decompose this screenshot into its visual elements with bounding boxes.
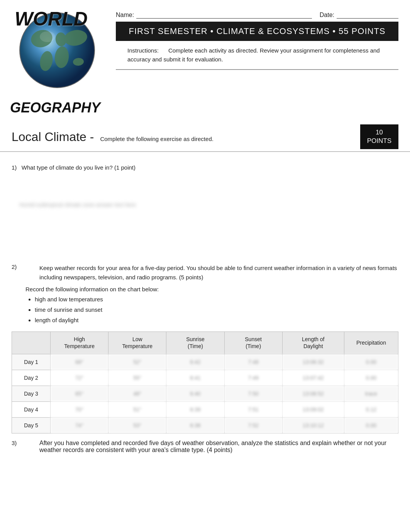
world-logo-text: WORLD bbox=[15, 8, 88, 30]
question-1: 1) What type of climate do you live in? … bbox=[12, 164, 398, 171]
q3-text: After you have completed and recorded fi… bbox=[39, 440, 398, 454]
bullet-list: high and low temperatures time of sunris… bbox=[35, 294, 398, 325]
main-content: 1) What type of climate do you live in? … bbox=[0, 155, 410, 465]
instructions-text: Complete each activity as directed. Revi… bbox=[127, 47, 380, 63]
instructions-box: Instructions: Complete each activity as … bbox=[116, 41, 398, 70]
question-2-row: 2) Keep weather records for your area fo… bbox=[12, 263, 398, 282]
data-cell: 0.00 bbox=[344, 417, 398, 433]
q1-answer-space: Humid subtropical climate zone answer te… bbox=[12, 202, 398, 263]
page-header: WORLD GEOGRAPHY Name: Date: FIRST SEMEST… bbox=[0, 0, 410, 119]
name-field: Name: bbox=[116, 11, 312, 19]
data-cell: 6:40 bbox=[166, 386, 224, 401]
data-cell: 70° bbox=[51, 401, 108, 417]
section-subtitle: Complete the following exercise as direc… bbox=[100, 136, 213, 142]
points-text: 10POINTS bbox=[367, 129, 391, 144]
date-label: Date: bbox=[320, 12, 334, 19]
section-title-area: Local Climate - Complete the following e… bbox=[12, 130, 213, 144]
col-header-sunrise: Sunrise(Time) bbox=[166, 332, 224, 354]
bullet-1: high and low temperatures bbox=[35, 294, 398, 304]
banner-text: FIRST SEMESTER • CLIMATE & ECOSYSTEMS • … bbox=[129, 26, 385, 36]
data-cell: 6:42 bbox=[166, 354, 224, 370]
data-cell: 53° bbox=[108, 417, 166, 433]
q1-number: 1) bbox=[12, 164, 17, 171]
weather-table: HighTemperature LowTemperature Sunrise(T… bbox=[12, 331, 398, 433]
q2-text: Keep weather records for your area for a… bbox=[39, 263, 398, 282]
points-badge: 10POINTS bbox=[360, 124, 398, 149]
geography-logo-text: GEOGRAPHY bbox=[10, 100, 100, 116]
data-cell: 13:08:52 bbox=[282, 386, 344, 401]
question-3-row: 3) After you have completed and recorded… bbox=[12, 440, 398, 454]
data-cell: 51° bbox=[108, 401, 166, 417]
data-cell: 13:07:42 bbox=[282, 370, 344, 386]
record-label: Record the following information on the … bbox=[25, 286, 398, 292]
day-label: Day 3 bbox=[12, 386, 51, 401]
day-label: Day 2 bbox=[12, 370, 51, 386]
svg-point-8 bbox=[40, 31, 55, 42]
col-header-high-temp: HighTemperature bbox=[51, 332, 108, 354]
data-cell: 7:49 bbox=[224, 370, 282, 386]
instructions-label: Instructions: bbox=[127, 47, 159, 54]
table-row: Day 168°52°6:427:4813:06:320.00 bbox=[12, 354, 398, 370]
name-underline bbox=[136, 11, 312, 19]
day-label: Day 5 bbox=[12, 417, 51, 433]
col-header-daylight: Length ofDaylight bbox=[282, 332, 344, 354]
date-underline bbox=[337, 11, 398, 19]
data-cell: 68° bbox=[51, 354, 108, 370]
table-row: Day 365°48°6:407:5013:08:52trace bbox=[12, 386, 398, 401]
data-cell: trace bbox=[344, 386, 398, 401]
bullet-2: time of sunrise and sunset bbox=[35, 304, 398, 315]
logo-area: WORLD GEOGRAPHY bbox=[8, 7, 108, 119]
header-right: Name: Date: FIRST SEMESTER • CLIMATE & E… bbox=[108, 7, 398, 70]
data-cell: 72° bbox=[51, 370, 108, 386]
data-cell: 52° bbox=[108, 354, 166, 370]
data-cell: 0.12 bbox=[344, 401, 398, 417]
q2-number: 2) bbox=[12, 263, 25, 282]
col-header-sunset: Sunset(Time) bbox=[224, 332, 282, 354]
table-row: Day 574°53°6:387:5213:10:120.00 bbox=[12, 417, 398, 433]
day-label: Day 1 bbox=[12, 354, 51, 370]
section-title: Local Climate - bbox=[12, 130, 94, 144]
data-cell: 13:10:12 bbox=[282, 417, 344, 433]
data-cell: 0.00 bbox=[344, 370, 398, 386]
weather-table-wrap: HighTemperature LowTemperature Sunrise(T… bbox=[12, 331, 398, 433]
q3-number: 3) bbox=[12, 440, 25, 454]
name-date-row: Name: Date: bbox=[116, 11, 398, 19]
table-row: Day 272°55°6:417:4913:07:420.00 bbox=[12, 370, 398, 386]
data-cell: 6:41 bbox=[166, 370, 224, 386]
data-cell: 7:48 bbox=[224, 354, 282, 370]
data-cell: 48° bbox=[108, 386, 166, 401]
data-cell: 13:06:32 bbox=[282, 354, 344, 370]
data-cell: 7:52 bbox=[224, 417, 282, 433]
bullet-3: length of daylight bbox=[35, 315, 398, 325]
name-label: Name: bbox=[116, 12, 134, 19]
date-field: Date: bbox=[320, 11, 398, 19]
q1-text: What type of climate do you live in? (1 … bbox=[22, 164, 136, 171]
data-cell: 6:39 bbox=[166, 401, 224, 417]
data-cell: 6:38 bbox=[166, 417, 224, 433]
col-header-low-temp: LowTemperature bbox=[108, 332, 166, 354]
q1-blurred-answer: Humid subtropical climate zone answer te… bbox=[19, 202, 398, 208]
banner: FIRST SEMESTER • CLIMATE & ECOSYSTEMS • … bbox=[116, 22, 398, 41]
data-cell: 7:51 bbox=[224, 401, 282, 417]
data-cell: 13:09:02 bbox=[282, 401, 344, 417]
day-label: Day 4 bbox=[12, 401, 51, 417]
table-row: Day 470°51°6:397:5113:09:020.12 bbox=[12, 401, 398, 417]
data-cell: 0.00 bbox=[344, 354, 398, 370]
data-cell: 7:50 bbox=[224, 386, 282, 401]
data-cell: 65° bbox=[51, 386, 108, 401]
col-header-day bbox=[12, 332, 51, 354]
section-header: Local Climate - Complete the following e… bbox=[0, 119, 410, 152]
data-cell: 74° bbox=[51, 417, 108, 433]
data-cell: 55° bbox=[108, 370, 166, 386]
col-header-precip: Precipitation bbox=[344, 332, 398, 354]
